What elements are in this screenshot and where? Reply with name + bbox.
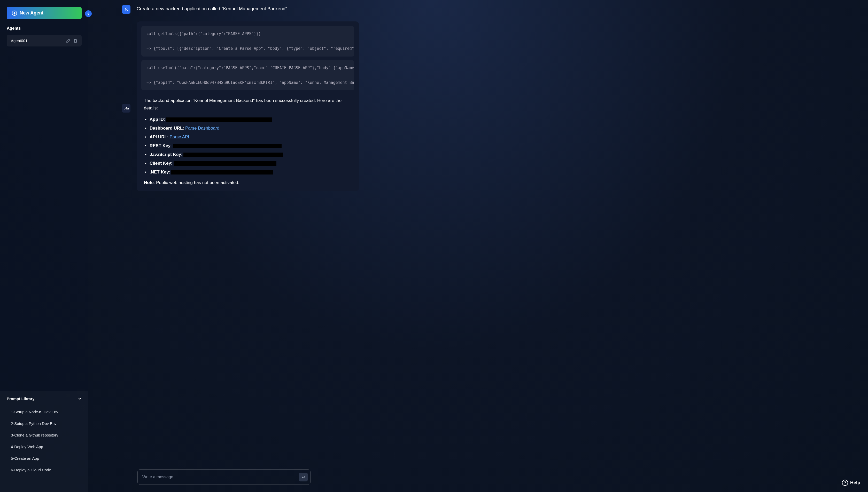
detail-dotnet-key: .NET Key: (144, 168, 352, 177)
assistant-avatar: b4a (122, 104, 131, 113)
note-label: Note (144, 180, 154, 185)
redacted-value (183, 152, 283, 157)
prompt-item-3[interactable]: 3-Clone a Github repository (7, 429, 81, 441)
detail-label: .NET Key (149, 170, 169, 174)
new-agent-button[interactable]: New Agent (7, 7, 81, 19)
assistant-response: b4a call getTools({"path":{"category":"P… (122, 21, 852, 191)
chevron-down-icon (78, 397, 81, 401)
redacted-value (171, 170, 273, 174)
detail-label: API URL (149, 134, 167, 140)
note-text: : Public web hosting has not been activa… (154, 180, 239, 185)
code-block-1: call getTools({"path":{"category":"PARSE… (141, 26, 354, 56)
detail-label: Client Key (149, 161, 171, 166)
agent-actions (66, 39, 77, 43)
redacted-value (166, 118, 272, 122)
input-wrapper (137, 469, 310, 485)
agents-title: Agents (7, 26, 81, 31)
agent-item[interactable]: Agent001 (7, 35, 81, 47)
sidebar-top: New Agent (0, 0, 88, 26)
help-button[interactable]: ? Help (842, 479, 860, 486)
prompt-library-header[interactable]: Prompt Library (0, 391, 88, 406)
send-button[interactable] (299, 473, 308, 482)
chat-area: Create a new backend application called … (88, 0, 868, 465)
detail-dashboard-url: Dashboard URL: Parse Dashboard (144, 124, 352, 133)
delete-agent-button[interactable] (73, 39, 77, 43)
user-message: Create a new backend application called … (122, 5, 852, 14)
prompt-item-5[interactable]: 5-Create an App (7, 452, 81, 464)
code-block-2: call useTool({"path":{"category":"PARSE_… (141, 60, 354, 91)
prompt-item-1[interactable]: 1-Setup a NodeJS Dev Env (7, 406, 81, 418)
svg-point-0 (125, 8, 127, 9)
response-content: call getTools({"path":{"category":"PARSE… (137, 21, 359, 191)
message-input[interactable] (142, 472, 299, 483)
plus-circle-icon (12, 10, 17, 16)
user-avatar (122, 5, 131, 14)
prompt-item-6[interactable]: 6-Deploy a Cloud Code (7, 464, 81, 476)
note-line: Note: Public web hosting has not been ac… (137, 177, 359, 185)
user-icon (124, 7, 128, 12)
input-area (88, 465, 326, 492)
dashboard-link[interactable]: Parse Dashboard (185, 126, 219, 131)
redacted-value (173, 161, 276, 166)
trash-icon (73, 39, 77, 43)
detail-label: Dashboard URL (149, 126, 183, 131)
detail-rest-key: REST Key: (144, 142, 352, 150)
main-content: Create a new backend application called … (88, 0, 868, 492)
details-list: App ID: Dashboard URL: Parse Dashboard A… (137, 115, 359, 177)
agent-name: Agent001 (11, 39, 27, 43)
response-intro: The backend application "Kennel Manageme… (137, 94, 359, 115)
help-label: Help (850, 480, 860, 486)
detail-client-key: Client Key: (144, 159, 352, 168)
detail-label: App ID (149, 117, 164, 122)
redacted-value (173, 144, 282, 148)
detail-js-key: JavaScript Key: (144, 150, 352, 159)
sidebar: New Agent Agents Agent001 (0, 0, 88, 492)
enter-icon (301, 475, 305, 479)
prompt-item-4[interactable]: 4-Deploy Web App (7, 441, 81, 452)
detail-api-url: API URL: Parse API (144, 133, 352, 142)
new-agent-label: New Agent (20, 10, 43, 16)
prompt-item-2[interactable]: 2-Setup a Python Dev Env (7, 418, 81, 429)
prompt-library-title: Prompt Library (7, 396, 34, 401)
user-message-text: Create a new backend application called … (137, 5, 287, 11)
help-icon: ? (842, 479, 848, 486)
detail-label: REST Key (149, 143, 170, 148)
pencil-icon (66, 39, 70, 43)
agents-section: Agents Agent001 (0, 26, 88, 47)
prompt-list: 1-Setup a NodeJS Dev Env 2-Setup a Pytho… (0, 406, 88, 481)
edit-agent-button[interactable] (66, 39, 70, 43)
detail-label: JavaScript Key (149, 152, 181, 157)
prompt-library-section: Prompt Library 1-Setup a NodeJS Dev Env … (0, 391, 88, 492)
api-link[interactable]: Parse API (169, 134, 189, 140)
detail-app-id: App ID: (144, 115, 352, 124)
